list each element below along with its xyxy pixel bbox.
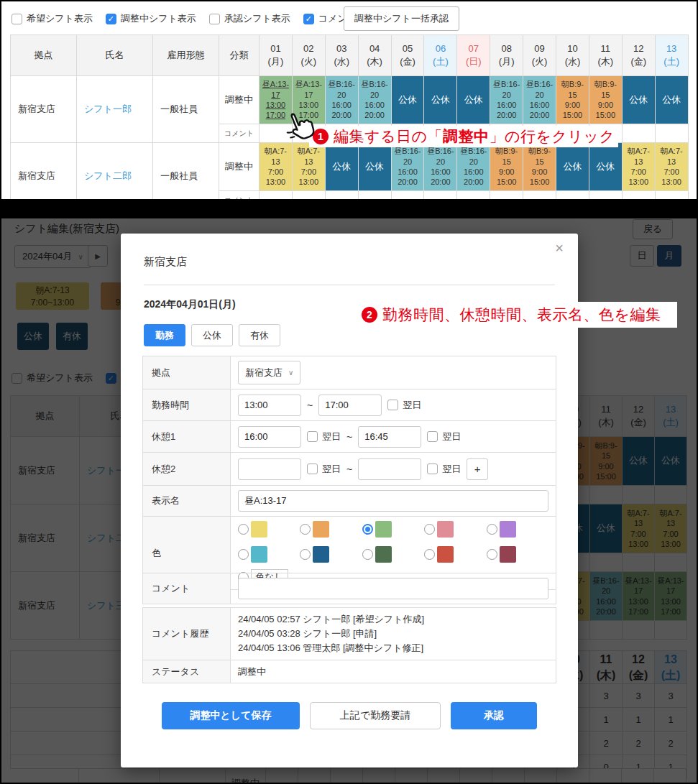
color-option[interactable] xyxy=(300,546,362,563)
work-start-input[interactable] xyxy=(238,395,301,416)
shift-name: 昼B:16-20 xyxy=(524,79,555,100)
color-swatch[interactable] xyxy=(375,546,392,563)
radio[interactable] xyxy=(424,549,435,560)
shift-cell-dayoff[interactable]: 公休 xyxy=(589,143,622,191)
shift-cell[interactable]: 朝A:7-137:0013:00 xyxy=(622,143,655,191)
radio-selected[interactable] xyxy=(362,524,373,535)
shift-cell[interactable]: 昼B:16-2016:0020:00 xyxy=(391,143,424,191)
shift-cell[interactable]: 朝A:7-137:0013:00 xyxy=(655,143,688,191)
break1-start-input[interactable] xyxy=(238,426,301,448)
shift-cell[interactable]: 昼B:16-2016:0020:00 xyxy=(457,143,490,191)
shift-cell[interactable]: 昼B:16-2016:0020:00 xyxy=(490,76,523,124)
primary-action-button[interactable]: 承認 xyxy=(451,702,537,729)
break1-end-nextday-checkbox[interactable]: 翌日 xyxy=(427,430,461,443)
checkbox-unchecked[interactable] xyxy=(12,14,22,24)
day-number: 12 xyxy=(623,42,654,55)
primary-action-button[interactable]: 調整中として保存 xyxy=(162,702,300,729)
color-swatch[interactable] xyxy=(251,521,267,538)
color-option[interactable] xyxy=(300,521,362,538)
shift-cell-dayoff[interactable]: 公休 xyxy=(424,76,457,124)
color-swatch[interactable] xyxy=(500,546,516,563)
day-of-week: (木) xyxy=(359,55,390,68)
comment-history-row: コメント履歴 24/04/05 02:57 シフト一郎 [希望シフト作成]24/… xyxy=(143,608,556,660)
checkbox-unchecked[interactable] xyxy=(387,400,398,410)
shift-cell-dayoff[interactable]: 公休 xyxy=(358,143,391,191)
radio[interactable] xyxy=(487,549,497,560)
color-option[interactable] xyxy=(424,521,486,538)
color-swatch[interactable] xyxy=(500,521,516,538)
shift-cell[interactable]: 朝B:9-159:0015:00 xyxy=(556,76,589,124)
add-break-button[interactable]: + xyxy=(467,458,488,480)
checkbox-unchecked[interactable] xyxy=(307,431,318,442)
shift-type-tab[interactable]: 有休 xyxy=(239,324,280,346)
shift-end: 20:00 xyxy=(491,110,522,120)
employee-link[interactable]: シフト一郎 xyxy=(84,103,132,114)
radio[interactable] xyxy=(238,549,249,560)
comment-input[interactable] xyxy=(238,578,548,599)
color-swatch[interactable] xyxy=(437,521,454,538)
break2-start-nextday-checkbox[interactable]: 翌日 xyxy=(307,463,341,476)
break1-start-nextday-checkbox[interactable]: 翌日 xyxy=(307,430,341,443)
day-number: 11 xyxy=(590,42,621,55)
color-swatch[interactable] xyxy=(313,546,329,563)
shift-cell-dayoff[interactable]: 公休 xyxy=(325,143,358,191)
filter-checkbox[interactable]: 承認シフト表示 xyxy=(209,12,290,25)
shift-type-tab[interactable]: 公休 xyxy=(191,324,233,346)
employee-link[interactable]: シフト二郎 xyxy=(84,170,132,181)
color-option[interactable] xyxy=(238,521,300,538)
shift-cell[interactable]: 昼B:16-2016:0020:00 xyxy=(523,76,556,124)
break2-start-input[interactable] xyxy=(238,458,301,480)
shift-cell-dayoff[interactable]: 公休 xyxy=(457,76,490,124)
shift-cell-dayoff[interactable]: 公休 xyxy=(622,76,655,124)
shift-cell[interactable]: 昼B:16-2016:0020:00 xyxy=(424,143,457,191)
shift-name: 朝B:9-15 xyxy=(524,146,555,167)
close-icon[interactable]: × xyxy=(551,239,568,257)
color-option[interactable] xyxy=(424,546,486,563)
work-time-row: 勤務時間 ~ 翌日 xyxy=(143,389,556,421)
shift-cell-dayoff[interactable]: 公休 xyxy=(391,76,424,124)
shift-cell[interactable]: 朝B:9-159:0015:00 xyxy=(589,76,622,124)
shift-cell[interactable]: 朝A:7-137:0013:00 xyxy=(260,143,293,191)
radio[interactable] xyxy=(424,524,435,535)
secondary-action-button[interactable]: 上記で勤務要請 xyxy=(310,702,441,729)
shift-cell[interactable]: 昼B:16-2016:0020:00 xyxy=(325,76,358,124)
color-option[interactable] xyxy=(238,546,300,563)
work-end-nextday-checkbox[interactable]: 翌日 xyxy=(387,399,421,412)
shift-cell[interactable]: 昼B:16-2016:0020:00 xyxy=(358,76,391,124)
work-end-input[interactable] xyxy=(318,395,382,416)
checkbox-checked[interactable]: ✓ xyxy=(303,14,314,24)
checkbox-checked[interactable]: ✓ xyxy=(106,14,116,24)
shift-cell-dayoff[interactable]: 公休 xyxy=(655,76,688,124)
color-swatch[interactable] xyxy=(313,521,329,538)
color-option[interactable] xyxy=(487,546,548,563)
break2-end-nextday-checkbox[interactable]: 翌日 xyxy=(427,463,461,476)
color-option[interactable] xyxy=(487,521,548,538)
color-option[interactable] xyxy=(362,546,424,563)
filter-checkbox[interactable]: 希望シフト表示 xyxy=(12,12,93,25)
display-name-input[interactable] xyxy=(238,490,548,512)
radio[interactable] xyxy=(300,549,311,560)
color-swatch[interactable] xyxy=(437,546,454,563)
shift-cell-dayoff[interactable]: 公休 xyxy=(556,143,589,191)
break1-end-input[interactable] xyxy=(358,426,421,448)
color-option[interactable] xyxy=(362,521,424,538)
break2-label: 休憩2 xyxy=(143,453,231,486)
checkbox-unchecked[interactable] xyxy=(209,14,220,24)
base-select[interactable]: 新宿支店 ∨ xyxy=(238,361,300,384)
shift-cell[interactable]: 朝B:9-159:0015:00 xyxy=(490,143,523,191)
radio[interactable] xyxy=(300,524,311,535)
checkbox-unchecked[interactable] xyxy=(307,464,318,474)
display-name-label: 表示名 xyxy=(143,486,231,517)
break2-end-input[interactable] xyxy=(358,458,421,480)
shift-type-tab[interactable]: 勤務 xyxy=(144,324,185,346)
radio[interactable] xyxy=(487,524,497,535)
color-swatch[interactable] xyxy=(375,521,392,538)
radio[interactable] xyxy=(238,524,249,535)
radio[interactable] xyxy=(362,549,373,560)
bulk-approve-button[interactable]: 調整中シフト一括承認 xyxy=(344,6,459,31)
filter-checkbox[interactable]: ✓調整中シフト表示 xyxy=(106,12,196,25)
checkbox-unchecked[interactable] xyxy=(427,431,438,442)
checkbox-unchecked[interactable] xyxy=(427,464,438,474)
shift-cell[interactable]: 朝B:9-159:0015:00 xyxy=(523,143,556,191)
color-swatch[interactable] xyxy=(251,546,267,563)
